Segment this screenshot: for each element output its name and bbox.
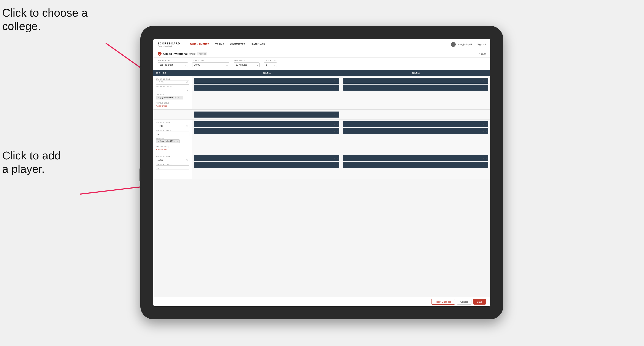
brand-subtitle: Powered by clippd [158,45,180,47]
start-time-label: Start Time [192,59,229,61]
player-slot-edit-4-1[interactable]: ⌄ [485,123,487,125]
player-slot-x-4-1[interactable]: × [483,123,484,125]
tee-group-3: STARTING TIME: ⓘ STARTING HOLE: 1 [153,153,490,179]
add-group-btn-2[interactable]: + Add Group [156,148,190,151]
player-slot-x-1-2[interactable]: × [334,86,336,89]
course-tag-edit-2[interactable]: ⌄ [176,140,178,142]
player-slot-edit-6-2[interactable]: ⌄ [485,164,487,166]
team1-col-2: × ⌄ × ⌄ [192,120,341,153]
player-slot-edit-3-2[interactable]: ⌄ [336,130,338,132]
tournament-gender: (Men) [190,52,196,55]
start-time-input[interactable] [192,62,229,67]
player-slot-x-2-1[interactable]: × [483,80,484,82]
starting-hole-select-1[interactable]: 1 [156,88,190,92]
config-row: Start Type 1st Tee Start Start Time ⓘ In… [153,58,490,70]
time-info-icon-3: ⓘ [186,159,188,161]
player-slot-6-2[interactable]: × ⌄ [343,162,488,168]
team2-col-2: × ⌄ × ⌄ [341,120,490,153]
player-slot-x-4-2[interactable]: × [483,130,484,132]
annotation-choose-college: Click to choose a college. [2,6,88,33]
starting-time-input-1[interactable] [156,80,190,85]
starting-time-section-1: STARTING TIME: ⓘ [156,78,190,85]
player-slot-edit-6-1[interactable]: ⌄ [485,157,487,159]
add-group-btn-1[interactable]: + Add Group [156,105,190,107]
course-tag-remove-2[interactable]: × [174,140,175,142]
starting-hole-select-2[interactable]: 1 [156,132,190,136]
group-size-select[interactable]: 3 [264,62,277,67]
player-slot-edit-4-2[interactable]: ⌄ [485,130,487,132]
player-slot-x-1-1[interactable]: × [334,80,336,82]
starting-hole-select-wrap-1: 1 [156,88,190,92]
player-slot-1-2[interactable]: × ⌄ [194,85,339,91]
annotation-line3: Click to add [2,149,61,162]
nav-item-teams[interactable]: TEAMS [212,39,227,50]
player-slot-edit-2-1[interactable]: ⌄ [485,80,487,82]
course-player-slot-1[interactable]: × ⌄ [194,112,339,118]
start-time-input-wrap: ⓘ [192,62,229,67]
starting-time-input-2[interactable] [156,124,190,128]
remove-group-btn-1[interactable]: Remove Group [156,102,190,104]
player-slot-x-2-2[interactable]: × [483,86,484,89]
player-slot-2-2[interactable]: × ⌄ [343,85,488,91]
start-time-info-icon: ⓘ [226,63,228,66]
player-slot-x-5-2[interactable]: × [334,164,336,166]
player-slot-edit-1-2[interactable]: ⌄ [336,86,338,89]
group-size-select-wrapper: 3 [264,62,277,67]
team2-course-row [341,110,490,119]
course-tag-2[interactable]: ⊕ East Lake GC × ⌄ [156,139,180,143]
player-slot-2-1[interactable]: × ⌄ [343,78,488,84]
player-slot-6-1[interactable]: × ⌄ [343,155,488,161]
sub-header-left: C Clippd Invitational (Men) Hosting [158,52,207,56]
nav-item-tournaments[interactable]: TOURNAMENTS [186,39,212,50]
reset-changes-button[interactable]: Reset Changes [431,299,455,305]
course-tag-1[interactable]: ⊕ (A) Peachtree GC × ⌄ [156,96,183,99]
player-slot-edit-3-1[interactable]: ⌄ [336,123,338,125]
player-slot-1-1[interactable]: × ⌄ [194,78,339,84]
save-button[interactable]: Save [473,299,486,305]
th-team1: Team 1 [192,70,341,76]
nav-item-committee[interactable]: COMMITTEE [227,39,248,50]
intervals-select[interactable]: 10 Minutes [234,62,260,67]
starting-hole-select-3[interactable]: 1 [156,166,190,170]
player-slot-x-5-1[interactable]: × [334,157,336,159]
cancel-button[interactable]: Cancel [457,299,472,305]
starting-hole-label-2: STARTING HOLE: [156,129,190,131]
player-slot-4-1[interactable]: × ⌄ [343,121,488,127]
player-slot-edit-2-2[interactable]: ⌄ [485,86,487,89]
course-label-1: COURSE: [156,94,190,96]
player-slot-x-3-2[interactable]: × [334,130,336,132]
player-slot-5-2[interactable]: × ⌄ [194,162,339,168]
player-slot-3-1[interactable]: × ⌄ [194,121,339,127]
course-player-edit-1[interactable]: ⌄ [336,114,338,116]
config-group-size: Group Size 3 [264,59,277,67]
tee-settings-2: STARTING TIME: ⓘ STARTING HOLE: 1 [153,120,192,153]
config-start-time: Start Time ⓘ [192,59,229,67]
course-tag-remove-1[interactable]: × [178,97,179,99]
course-section-1: COURSE: ⊕ (A) Peachtree GC × ⌄ [156,94,190,99]
player-slot-edit-5-1[interactable]: ⌄ [336,157,338,159]
player-slot-x-3-1[interactable]: × [334,123,336,125]
course-player-x-1[interactable]: × [334,114,336,116]
course-tag-edit-1[interactable]: ⌄ [180,97,182,99]
start-type-select[interactable]: 1st Tee Start [158,62,188,67]
annotation-line1: Click to choose a [2,6,88,19]
player-slot-x-6-1[interactable]: × [483,157,484,159]
player-slot-3-2[interactable]: × ⌄ [194,128,339,134]
back-button[interactable]: ‹ Back [479,52,486,55]
player-slot-edit-1-1[interactable]: ⌄ [336,80,338,82]
player-slot-5-1[interactable]: × ⌄ [194,155,339,161]
annotation-line4: a player. [2,163,45,175]
player-slot-4-2[interactable]: × ⌄ [343,128,488,134]
time-info-icon-2: ⓘ [186,125,188,128]
starting-hole-section-1: STARTING HOLE: 1 [156,86,190,92]
sign-out-link[interactable]: Sign out [477,43,486,46]
intervals-label: Intervals [234,59,260,61]
remove-group-btn-2[interactable]: Remove Group [156,145,190,148]
player-slot-x-6-2[interactable]: × [483,164,484,166]
starting-time-wrap-2: ⓘ [156,124,190,128]
nav-item-rankings[interactable]: RANKINGS [248,39,268,50]
start-type-label: Start Type [158,59,188,61]
starting-time-input-3[interactable] [156,158,190,162]
intervals-select-wrapper: 10 Minutes [234,62,260,67]
player-slot-edit-5-2[interactable]: ⌄ [336,164,338,166]
